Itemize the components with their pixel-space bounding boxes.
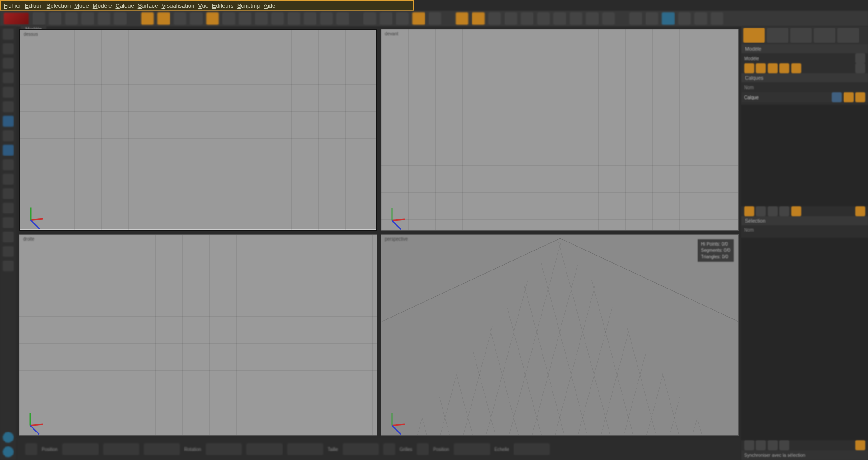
position-z-input[interactable]	[144, 443, 180, 455]
tool-button[interactable]	[3, 217, 14, 228]
layer-tool-icon[interactable]	[855, 63, 865, 73]
toolbar-button[interactable]	[678, 12, 691, 25]
menu-editeurs[interactable]: Editeurs	[212, 2, 234, 9]
toolbar-button[interactable]	[141, 12, 154, 25]
layer-tool-icon[interactable]	[768, 63, 778, 73]
rotation-z-input[interactable]	[287, 443, 323, 455]
tool-button[interactable]	[3, 87, 14, 98]
sel-tool-icon[interactable]	[855, 206, 865, 216]
toolbar-button[interactable]	[33, 12, 45, 25]
toolbar-button[interactable]	[412, 12, 425, 25]
right-tab[interactable]	[743, 28, 765, 43]
right-tab[interactable]	[790, 28, 812, 43]
layer-tool-icon[interactable]	[791, 63, 801, 73]
tool-button[interactable]	[3, 159, 14, 170]
rotation-x-input[interactable]	[206, 443, 242, 455]
menu-edition[interactable]: Edition	[25, 2, 43, 9]
toolbar-button[interactable]	[586, 12, 599, 25]
tool-button[interactable]	[3, 72, 14, 83]
toolbar-button[interactable]	[190, 12, 203, 25]
tool-button[interactable]	[3, 58, 14, 69]
position-y-input[interactable]	[103, 443, 139, 455]
toolbar-button[interactable]	[646, 12, 658, 25]
btn-icon[interactable]	[744, 440, 754, 450]
tool-button[interactable]	[3, 432, 14, 443]
viewport-right[interactable]: droite	[19, 234, 377, 436]
sel-tool-icon[interactable]	[756, 206, 766, 216]
toolbar-button[interactable]	[49, 12, 61, 25]
menu-calque[interactable]: Calque	[115, 2, 134, 9]
scale-x-input[interactable]	[343, 443, 379, 455]
toolbar-button[interactable]	[81, 12, 94, 25]
menu-visualisation[interactable]: Visualisation	[161, 2, 194, 9]
toolbar-button[interactable]	[98, 12, 110, 25]
rotation-y-input[interactable]	[246, 443, 283, 455]
sel-tool-icon[interactable]	[744, 206, 754, 216]
menu-fichier[interactable]: Fichier	[4, 2, 21, 9]
sel-tool-icon[interactable]	[768, 206, 778, 216]
toolbar-button[interactable]	[65, 12, 78, 25]
tool-button[interactable]	[3, 101, 14, 112]
menu-scripting[interactable]: Scripting	[237, 2, 260, 9]
menu-surface[interactable]: Surface	[138, 2, 158, 9]
layer-tool-icon[interactable]	[779, 63, 789, 73]
bottom-icon[interactable]	[383, 443, 395, 455]
toolbar-button[interactable]	[429, 12, 441, 25]
tool-button[interactable]	[3, 116, 14, 127]
sel-tool-icon[interactable]	[791, 206, 801, 216]
layer-tool-icon[interactable]	[756, 63, 766, 73]
toolbar-button[interactable]	[537, 12, 550, 25]
btn-icon[interactable]	[768, 440, 778, 450]
tool-button[interactable]	[3, 446, 14, 457]
lock-icon[interactable]	[844, 92, 854, 102]
toolbar-button[interactable]	[396, 12, 409, 25]
tool-button[interactable]	[3, 145, 14, 156]
toolbar-button[interactable]	[320, 12, 333, 25]
tool-button[interactable]	[3, 261, 14, 271]
toolbar-button[interactable]	[363, 12, 376, 25]
sel-tool-icon[interactable]	[779, 206, 789, 216]
toolbar-button[interactable]	[304, 12, 316, 25]
right-tab[interactable]	[767, 28, 788, 43]
toolbar-button[interactable]	[488, 12, 501, 25]
tool-button[interactable]	[3, 232, 14, 242]
btn-icon[interactable]	[756, 440, 766, 450]
toolbar-button[interactable]	[174, 12, 186, 25]
layer-tool-icon[interactable]	[744, 63, 754, 73]
toolbar-button[interactable]	[472, 12, 485, 25]
toolbar-button[interactable]	[662, 12, 675, 25]
toolbar-button[interactable]	[505, 12, 517, 25]
toolbar-button[interactable]	[694, 12, 707, 25]
viewport-perspective[interactable]: perspective Hi Points: 0/0 Segments: 0/0…	[381, 234, 739, 436]
visibility-icon[interactable]	[832, 92, 842, 102]
tool-button[interactable]	[3, 174, 14, 185]
grid-position-input[interactable]	[454, 443, 490, 455]
toolbar-button[interactable]	[521, 12, 533, 25]
toolbar-button[interactable]	[553, 12, 566, 25]
tool-button[interactable]	[3, 188, 14, 199]
toolbar-button[interactable]	[380, 12, 392, 25]
row-icon[interactable]	[855, 53, 865, 63]
tool-button[interactable]	[3, 203, 14, 213]
menu-sélection[interactable]: Sélection	[47, 2, 71, 9]
bottom-icon[interactable]	[417, 443, 429, 455]
toolbar-button[interactable]	[570, 12, 582, 25]
toolbar-button[interactable]	[271, 12, 284, 25]
toolbar-button[interactable]	[157, 12, 170, 25]
btn-icon[interactable]	[779, 440, 789, 450]
viewport-top[interactable]: dessus	[19, 29, 377, 231]
lock-icon[interactable]	[855, 92, 865, 102]
bottom-icon[interactable]	[25, 443, 37, 455]
tool-button[interactable]	[3, 246, 14, 257]
menu-modèle[interactable]: Modèle	[93, 2, 112, 9]
toolbar-button[interactable]	[456, 12, 468, 25]
tool-button[interactable]	[3, 29, 14, 40]
right-tab[interactable]	[814, 28, 835, 43]
position-x-input[interactable]	[62, 443, 99, 455]
viewport-front[interactable]: devant	[381, 29, 739, 231]
toolbar-button[interactable]	[206, 12, 219, 25]
tool-button[interactable]	[3, 43, 14, 54]
menu-aide[interactable]: Aide	[264, 2, 275, 9]
grid-scale-input[interactable]	[514, 443, 550, 455]
toolbar-button[interactable]	[336, 12, 349, 25]
